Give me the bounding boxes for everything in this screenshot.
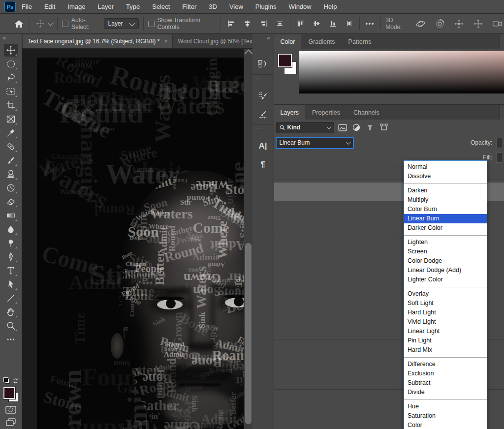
filter-pixel-layers-icon[interactable] bbox=[337, 123, 348, 132]
line-tool[interactable] bbox=[4, 292, 18, 305]
pen-tool[interactable] bbox=[4, 250, 18, 263]
eyedropper-tool[interactable] bbox=[4, 126, 18, 139]
tab-gradients[interactable]: Gradients bbox=[302, 34, 341, 49]
blend-option-multiply[interactable]: Multiply bbox=[404, 195, 487, 205]
menu-plugins[interactable]: Plugins bbox=[255, 3, 277, 10]
align-middle-v-icon[interactable] bbox=[311, 18, 322, 29]
frame-tool[interactable] bbox=[4, 113, 18, 125]
menu-window[interactable]: Window bbox=[288, 3, 311, 10]
brush-tool[interactable] bbox=[4, 154, 18, 167]
tab-channels[interactable]: Channels bbox=[347, 105, 386, 120]
character-panel-icon[interactable]: A| bbox=[257, 140, 269, 152]
tab-properties[interactable]: Properties bbox=[306, 105, 346, 120]
path-selection-tool[interactable] bbox=[4, 278, 18, 291]
history-brush-tool[interactable] bbox=[4, 182, 18, 194]
panel-foreground-swatch[interactable] bbox=[278, 54, 292, 67]
blend-option-soft-light[interactable]: Soft Light bbox=[404, 299, 487, 308]
blend-option-darker-color[interactable]: Darker Color bbox=[404, 223, 487, 233]
blend-option-lighter-color[interactable]: Lighter Color bbox=[404, 275, 487, 284]
filter-shape-layers-icon[interactable] bbox=[378, 123, 389, 132]
blend-option-hard-light[interactable]: Hard Light bbox=[404, 308, 487, 317]
filter-adjustment-layers-icon[interactable] bbox=[351, 123, 362, 132]
auto-select-target-dropdown[interactable]: Layer bbox=[104, 18, 139, 29]
blend-option-linear-light[interactable]: Linear Light bbox=[404, 327, 487, 336]
tab-patterns[interactable]: Patterns bbox=[342, 34, 378, 49]
menu-view[interactable]: View bbox=[229, 3, 243, 10]
tab-layers[interactable]: Layers bbox=[274, 105, 306, 120]
blur-tool[interactable] bbox=[4, 223, 18, 236]
menu-file[interactable]: File bbox=[22, 3, 32, 10]
blend-option-vivid-light[interactable]: Vivid Light bbox=[404, 317, 487, 327]
tool-preset-chevron-icon[interactable] bbox=[48, 20, 54, 26]
blend-option-hard-mix[interactable]: Hard Mix bbox=[404, 345, 487, 355]
auto-select-checkbox[interactable] bbox=[62, 21, 68, 27]
brushes-panel-icon[interactable] bbox=[257, 109, 269, 121]
screen-mode-icon[interactable] bbox=[5, 418, 16, 427]
blend-option-color[interactable]: Color bbox=[404, 421, 487, 429]
blend-option-color-dodge[interactable]: Color Dodge bbox=[404, 256, 487, 266]
align-right-icon[interactable] bbox=[258, 18, 269, 29]
home-icon[interactable] bbox=[13, 18, 25, 30]
color-picker-field[interactable] bbox=[299, 51, 504, 93]
blend-option-saturation[interactable]: Saturation bbox=[404, 411, 487, 421]
zoom-tool[interactable] bbox=[4, 319, 18, 332]
spot-healing-brush-tool[interactable] bbox=[4, 140, 18, 153]
roll-3d-icon[interactable] bbox=[433, 17, 446, 31]
blend-option-difference[interactable]: Difference bbox=[404, 360, 487, 369]
scroll-up-icon[interactable] bbox=[244, 50, 252, 58]
blend-option-overlay[interactable]: Overlay bbox=[404, 289, 487, 299]
blend-option-normal[interactable]: Normal bbox=[404, 162, 487, 172]
pan-3d-icon[interactable] bbox=[452, 17, 466, 31]
blend-option-color-burn[interactable]: Color Burn bbox=[404, 205, 487, 214]
distribute-h-icon[interactable] bbox=[274, 18, 285, 29]
foreground-color-swatch[interactable] bbox=[3, 387, 15, 399]
blend-option-subtract[interactable]: Subtract bbox=[404, 378, 487, 388]
elliptical-marquee-tool[interactable] bbox=[4, 58, 18, 70]
close-tab-icon[interactable]: × bbox=[164, 38, 167, 45]
menu-help[interactable]: Help bbox=[324, 3, 337, 10]
gradient-tool[interactable] bbox=[4, 209, 18, 222]
lasso-tool[interactable] bbox=[4, 71, 18, 84]
blend-mode-dropdown[interactable]: Linear Burn bbox=[276, 137, 353, 149]
blend-option-dissolve[interactable]: Dissolve bbox=[404, 172, 487, 181]
tab-color[interactable]: Color bbox=[274, 34, 302, 49]
menu-layer[interactable]: Layer bbox=[98, 3, 114, 10]
history-panel-icon[interactable] bbox=[257, 59, 269, 70]
blend-option-divide[interactable]: Divide bbox=[404, 388, 487, 397]
layer-filter-dropdown[interactable]: Kind bbox=[276, 122, 334, 133]
edit-toolbar-tool[interactable] bbox=[4, 333, 18, 346]
default-swap-colors-icon[interactable] bbox=[3, 377, 19, 384]
crop-tool[interactable] bbox=[4, 99, 18, 112]
brush-settings-panel-icon[interactable] bbox=[257, 90, 269, 102]
menu-type[interactable]: Type bbox=[126, 3, 140, 10]
align-center-h-icon[interactable] bbox=[242, 18, 253, 29]
blend-option-screen[interactable]: Screen bbox=[404, 247, 487, 256]
blend-option-linear-dodge-add-[interactable]: Linear Dodge (Add) bbox=[404, 266, 487, 275]
blend-option-hue[interactable]: Hue bbox=[404, 402, 487, 411]
menu-filter[interactable]: Filter bbox=[182, 3, 196, 10]
blend-option-pin-light[interactable]: Pin Light bbox=[404, 336, 487, 345]
move-tool-preset-icon[interactable] bbox=[34, 18, 46, 30]
document-tab-1[interactable]: Text Face original.jpg @ 16.7% (Subject,… bbox=[23, 34, 172, 48]
align-top-icon[interactable] bbox=[295, 18, 306, 29]
dock-collapse-icon[interactable]: « bbox=[252, 34, 274, 43]
menu-edit[interactable]: Edit bbox=[44, 3, 55, 10]
more-align-options-icon[interactable]: ••• bbox=[364, 19, 377, 29]
blend-option-linear-burn[interactable]: Linear Burn bbox=[404, 214, 487, 223]
slide-3d-icon[interactable] bbox=[472, 17, 485, 31]
opacity-field[interactable] bbox=[496, 138, 502, 148]
panel-color-swatches[interactable] bbox=[278, 54, 298, 76]
canvas-scrollbar[interactable] bbox=[244, 49, 252, 429]
object-selection-tool[interactable] bbox=[4, 85, 18, 98]
foreground-background-swatches[interactable] bbox=[3, 387, 18, 402]
menu-image[interactable]: Image bbox=[67, 3, 85, 10]
type-tool[interactable] bbox=[4, 264, 18, 277]
distribute-v-icon[interactable] bbox=[344, 18, 355, 29]
blend-option-exclusion[interactable]: Exclusion bbox=[404, 369, 487, 378]
paragraph-panel-icon[interactable]: ¶ bbox=[257, 159, 269, 171]
toolbar-collapse-icon[interactable]: » bbox=[0, 34, 22, 43]
eraser-tool[interactable] bbox=[4, 195, 18, 208]
blend-option-lighten[interactable]: Lighten bbox=[404, 238, 487, 247]
dodge-tool[interactable] bbox=[4, 237, 18, 249]
move-tool[interactable] bbox=[4, 44, 18, 57]
